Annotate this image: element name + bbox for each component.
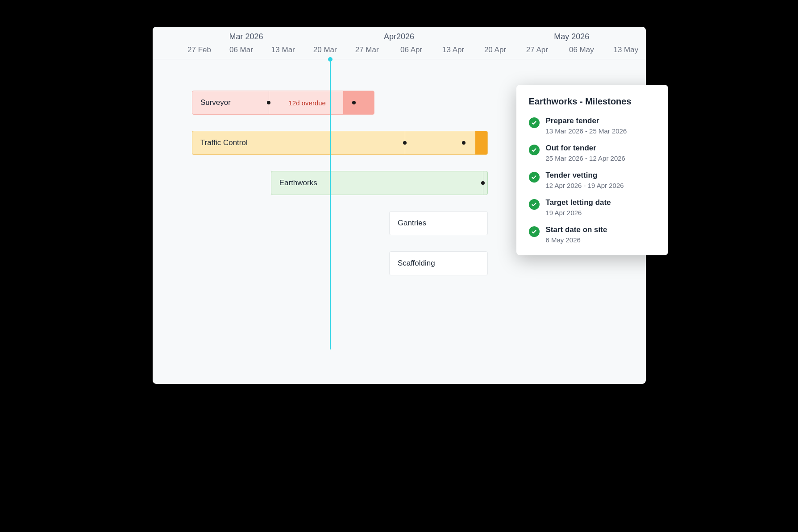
check-icon: [529, 172, 540, 183]
check-icon: [529, 117, 540, 128]
milestone-date: 13 Mar 2026 - 25 Mar 2026: [546, 127, 656, 135]
milestone-date: 25 Mar 2026 - 12 Apr 2026: [546, 154, 656, 162]
milestone-date: 19 Apr 2026: [546, 209, 656, 216]
milestone-name: Start date on site: [546, 225, 656, 234]
gantt-window: Mar 2026 Apr2026 May 2026 27 Feb 06 Mar …: [153, 27, 646, 384]
bar-scaffolding[interactable]: Scaffolding: [389, 251, 488, 275]
bar-label: Traffic Control: [200, 138, 248, 147]
week-label: 20 Mar: [313, 46, 337, 54]
overdue-text: 12d overdue: [289, 99, 326, 107]
milestone-item[interactable]: Tender vetting 12 Apr 2026 - 19 Apr 2026: [529, 171, 656, 189]
milestone-name: Out for tender: [546, 144, 656, 153]
milestone-dot-icon: [403, 141, 407, 145]
week-label: 27 Mar: [355, 46, 379, 54]
week-label: 13 Mar: [271, 46, 295, 54]
milestone-dot-icon: [462, 141, 466, 145]
milestone-dot-icon: [481, 181, 485, 185]
milestone-name: Tender vetting: [546, 171, 656, 180]
bar-traffic-control[interactable]: Traffic Control: [192, 131, 488, 155]
month-row: Mar 2026 Apr2026 May 2026: [153, 32, 646, 46]
week-label: 27 Apr: [526, 46, 548, 54]
milestone-item[interactable]: Prepare tender 13 Mar 2026 - 25 Mar 2026: [529, 116, 656, 135]
check-icon: [529, 199, 540, 210]
week-label: 06 Mar: [229, 46, 253, 54]
bar-gantries[interactable]: Gantries: [389, 211, 488, 235]
week-label: 20 Apr: [484, 46, 506, 54]
milestone-dot-icon: [267, 101, 270, 104]
milestone-item[interactable]: Target letting date 19 Apr 2026: [529, 198, 656, 216]
bar-surveyor[interactable]: Surveyor 12d overdue: [192, 91, 374, 115]
bar-label: Surveyor: [200, 98, 231, 107]
week-label: 13 Apr: [442, 46, 464, 54]
milestone-dot-icon: [352, 101, 356, 104]
week-label: 27 Feb: [187, 46, 211, 54]
milestone-item[interactable]: Start date on site 6 May 2026: [529, 225, 656, 244]
month-label: May 2026: [554, 32, 589, 42]
week-label: 06 May: [569, 46, 594, 54]
bar-earthworks[interactable]: Earthworks: [271, 171, 488, 195]
milestones-popover: Earthworks - Milestones Prepare tender 1…: [516, 85, 668, 255]
bar-label: Earthworks: [279, 179, 317, 187]
week-label: 13 May: [613, 46, 638, 54]
milestone-name: Target letting date: [546, 198, 656, 207]
overdue-region: [343, 91, 374, 114]
month-label: Mar 2026: [229, 32, 263, 42]
month-label: Apr2026: [384, 32, 414, 42]
bar-label: Scaffolding: [398, 259, 435, 268]
week-label: 06 Apr: [400, 46, 422, 54]
bar-accent-region: [475, 131, 487, 154]
milestone-name: Prepare tender: [546, 116, 656, 125]
today-line: [330, 59, 331, 349]
check-icon: [529, 145, 540, 155]
today-dot-icon: [328, 57, 332, 62]
milestone-date: 12 Apr 2026 - 19 Apr 2026: [546, 182, 656, 189]
check-icon: [529, 226, 540, 237]
milestone-date: 6 May 2026: [546, 236, 656, 244]
week-row: 27 Feb 06 Mar 13 Mar 20 Mar 27 Mar 06 Ap…: [153, 46, 646, 59]
timeline-header: Mar 2026 Apr2026 May 2026 27 Feb 06 Mar …: [153, 27, 646, 59]
popover-title: Earthworks - Milestones: [529, 96, 656, 107]
bar-label: Gantries: [398, 219, 426, 228]
milestone-item[interactable]: Out for tender 25 Mar 2026 - 12 Apr 2026: [529, 144, 656, 162]
